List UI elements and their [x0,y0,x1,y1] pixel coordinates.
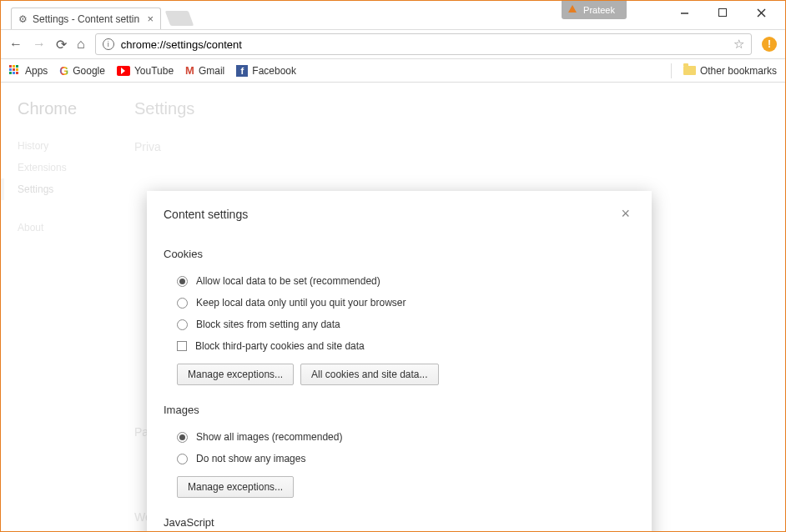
youtube-icon [117,66,130,76]
tab-close-icon[interactable]: × [147,13,154,25]
opt-label: Allow local data to be set (recommended) [196,275,380,287]
bookmark-gmail[interactable]: MGmail [185,64,224,77]
url-input[interactable] [121,38,727,51]
bookmark-label: Other bookmarks [700,65,777,77]
cookies-opt-session[interactable]: Keep local data only until you quit your… [164,292,635,314]
bookmark-google[interactable]: GGoogle [59,64,105,78]
minimize-button[interactable] [665,1,703,24]
maximize-button[interactable] [703,1,742,24]
cookies-all-data-button[interactable]: All cookies and site data... [300,364,438,385]
address-bar[interactable]: i ☆ [95,33,752,55]
new-tab-button[interactable] [165,11,194,26]
opt-label: Block third-party cookies and site data [195,340,365,352]
opt-label: Keep local data only until you quit your… [196,297,406,309]
cookies-manage-exceptions-button[interactable]: Manage exceptions... [177,364,294,385]
back-button[interactable]: ← [9,37,23,52]
bookmark-label: YouTube [134,65,174,77]
images-heading: Images [164,404,635,416]
cookies-opt-thirdparty[interactable]: Block third-party cookies and site data [164,335,635,357]
user-chip[interactable]: Prateek [562,1,627,19]
tab-settings[interactable]: ⚙ Settings - Content settin × [11,8,161,29]
radio-icon [177,454,188,464]
google-icon: G [59,64,68,78]
forward-button[interactable]: → [33,37,46,52]
js-heading: JavaScript [164,516,635,529]
images-opt-hide[interactable]: Do not show any images [164,448,635,469]
reload-button[interactable]: ⟳ [56,37,67,53]
toolbar: ← → ⟳ ⌂ i ☆ ! [1,29,785,59]
checkbox-icon [177,341,187,351]
bookmark-facebook[interactable]: fFacebook [236,65,296,77]
apps-shortcut[interactable]: Apps [9,65,48,77]
bookmark-label: Gmail [199,65,224,77]
content-settings-dialog: Content settings × Cookies Allow local d… [147,191,652,532]
info-icon[interactable]: i [103,38,114,50]
opt-label: Block sites from setting any data [196,319,340,330]
opt-label: Show all images (recommended) [196,431,342,443]
bookmark-star-icon[interactable]: ☆ [733,37,744,52]
user-name: Prateek [583,5,615,15]
radio-icon [177,432,188,443]
apps-grid-icon [9,65,21,77]
bookmarks-bar: Apps GGoogle YouTube MGmail fFacebook Ot… [1,59,785,83]
radio-icon [177,319,188,330]
radio-icon [177,276,188,287]
dialog-title: Content settings [164,208,616,221]
dialog-close-icon[interactable]: × [616,203,635,224]
alert-badge-icon[interactable]: ! [762,37,777,52]
facebook-icon: f [236,65,248,77]
images-opt-show[interactable]: Show all images (recommended) [164,426,635,448]
gmail-icon: M [185,64,194,77]
home-button[interactable]: ⌂ [77,37,85,52]
radio-icon [177,298,188,309]
bookmark-label: Google [73,65,105,77]
images-manage-exceptions-button[interactable]: Manage exceptions... [177,476,294,498]
other-bookmarks[interactable]: Other bookmarks [683,65,777,77]
gear-icon: ⚙ [18,13,28,25]
cookies-heading: Cookies [164,248,635,260]
separator [671,63,672,78]
cookies-opt-block[interactable]: Block sites from setting any data [164,314,635,335]
dialog-body[interactable]: Cookies Allow local data to be set (reco… [147,233,652,532]
tab-title: Settings - Content settin [33,13,139,25]
opt-label: Do not show any images [196,453,305,464]
cookies-opt-allow[interactable]: Allow local data to be set (recommended) [164,270,635,292]
apps-label: Apps [25,65,48,77]
bookmark-youtube[interactable]: YouTube [117,65,174,77]
close-window-button[interactable] [742,1,780,24]
folder-icon [683,66,696,75]
bookmark-label: Facebook [252,65,296,77]
